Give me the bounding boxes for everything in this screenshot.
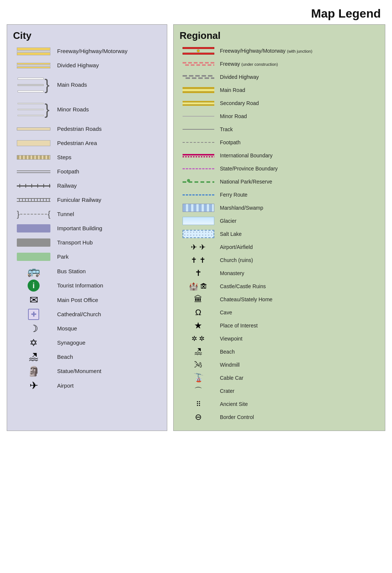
reg-list-item: State/Province Boundary — [180, 163, 379, 174]
reg-list-item: Track — [180, 124, 379, 135]
label-tourist-info: Tourist Information — [54, 282, 103, 289]
label-tunnel: Tunnel — [54, 211, 74, 218]
reg-list-item: Freeway/Highway/Motorway (with junction) — [180, 45, 379, 56]
reg-list-item: ★ Place of Interest — [180, 320, 379, 331]
list-item: Footpath — [13, 166, 161, 178]
label-secondary-road: Secondary Road — [217, 100, 259, 107]
poi-icon: ★ — [180, 320, 217, 331]
reg-list-item: 🏛 Chateau/Stately Home — [180, 294, 379, 305]
list-item: } Minor Roads — [13, 98, 161, 121]
label-natpark: National Park/Reserve — [217, 179, 272, 185]
list-item: } { Tunnel — [13, 208, 161, 220]
list-item: } Main Roads — [13, 74, 161, 96]
reg-list-item: ✝ ✝ Church (ruins) — [180, 255, 379, 266]
list-item: i Tourist Information — [13, 280, 161, 292]
label-freeway-reg: Freeway/Highway/Motorway (with junction) — [217, 48, 312, 54]
label-cave: Cave — [217, 309, 232, 316]
list-item: Park — [13, 251, 161, 263]
church-reg-icon: ✝ ✝ — [180, 256, 217, 265]
label-ancient-site: Ancient Site — [217, 401, 248, 407]
reg-list-item: Main Road — [180, 84, 379, 96]
list-item: Funicular Railway — [13, 194, 161, 206]
regional-heading: Regional — [180, 30, 379, 41]
statue-icon: 🗿 — [13, 366, 54, 377]
label-bus-station: Bus Station — [54, 268, 86, 275]
label-main-roads: Main Roads — [54, 81, 87, 88]
label-ped-area: Pedestrian Area — [54, 140, 97, 147]
label-chateau: Chateau/Stately Home — [217, 296, 273, 303]
reg-list-item: Freeway (under construction) — [180, 58, 379, 70]
label-castle: Castle/Castle Ruins — [217, 283, 266, 290]
reg-list-item: 🏖 Beach — [180, 346, 379, 357]
label-poi: Place of Interest — [217, 323, 258, 329]
beach-reg-icon: 🏖 — [180, 347, 217, 357]
airport-reg-icon: ✈ ✈ — [180, 243, 217, 252]
reg-list-item: Footpath — [180, 137, 379, 148]
label-divided-hwy-city: Divided Highway — [54, 62, 99, 69]
label-railway: Railway — [54, 182, 77, 189]
label-freeway-city: Freeway/Highway/Motorway — [54, 48, 127, 55]
list-item: Pedestrian Area — [13, 137, 161, 149]
reg-list-item: ⌒ Crater — [180, 385, 379, 397]
reg-list-item: Ferry Route — [180, 189, 379, 200]
label-ped-roads: Pedestrian Roads — [54, 126, 102, 132]
label-monastery: Monastery — [217, 270, 244, 277]
label-div-hwy-reg: Divided Highway — [217, 74, 259, 80]
viewpoint-icon: ✲ ✲ — [180, 335, 217, 343]
reg-list-item: Marshland/Swamp — [180, 202, 379, 213]
airport-city-icon: ✈ — [13, 379, 54, 392]
city-heading: City — [13, 30, 161, 41]
reg-list-item: ✈ ✈ Airport/Airfield — [180, 241, 379, 253]
label-statue: Statue/Monument — [54, 368, 101, 375]
synagogue-icon: ✡ — [13, 337, 54, 349]
reg-list-item: National Park/Reserve — [180, 176, 379, 187]
label-beach-city: Beach — [54, 354, 73, 360]
mosque-icon: ☽ — [13, 323, 54, 335]
label-airport-reg: Airport/Airfield — [217, 244, 253, 250]
reg-list-item: Divided Highway — [180, 71, 379, 83]
reg-list-item: Secondary Road — [180, 98, 379, 109]
reg-list-item: ✲ ✲ Viewpoint — [180, 333, 379, 344]
label-crater: Crater — [217, 388, 234, 394]
bus-station-icon: 🚌 — [13, 265, 54, 277]
chateau-icon: 🏛 — [180, 295, 217, 304]
label-cable-car: Cable Car — [217, 375, 243, 381]
post-office-icon: ✉ — [13, 294, 54, 306]
label-steps: Steps — [54, 154, 71, 161]
reg-list-item: Ω Cave — [180, 307, 379, 318]
label-airport-city: Airport — [54, 382, 74, 389]
castle-icon: 🏰 🏚 — [180, 282, 217, 291]
cathedral-icon: ✚ — [13, 309, 54, 320]
ancient-site-icon: ⠿ — [180, 400, 217, 408]
list-item: Important Building — [13, 222, 161, 234]
label-important-building: Important Building — [54, 225, 102, 232]
reg-list-item: 🏰 🏚 Castle/Castle Ruins — [180, 281, 379, 292]
list-item: ☽ Mosque — [13, 323, 161, 335]
reg-list-item: ⠿ Ancient Site — [180, 398, 379, 410]
list-item: ✡ Synagogue — [13, 337, 161, 349]
list-item: Steps — [13, 151, 161, 163]
label-track-reg: Track — [217, 126, 233, 133]
monastery-icon: ✝ — [180, 268, 217, 278]
label-main-road-reg: Main Road — [217, 87, 245, 93]
label-freeway-constr: Freeway (under construction) — [217, 61, 278, 67]
list-item: 🏖 Beach — [13, 351, 161, 363]
list-item: 🗿 Statue/Monument — [13, 365, 161, 377]
label-border-control: Border Control — [217, 414, 254, 420]
label-ferry: Ferry Route — [217, 192, 248, 198]
list-item: Freeway/Highway/Motorway — [13, 45, 161, 57]
cave-icon: Ω — [180, 308, 217, 317]
label-intl-boundary: International Boundary — [217, 153, 273, 159]
reg-list-item: Minor Road — [180, 111, 379, 122]
list-item: Transport Hub — [13, 237, 161, 249]
label-funicular: Funicular Railway — [54, 197, 101, 203]
beach-city-icon: 🏖 — [13, 351, 54, 363]
cable-car-icon: 🚡 — [180, 373, 217, 383]
list-item: Railway — [13, 180, 161, 192]
label-minor-road-reg: Minor Road — [217, 113, 247, 120]
tourist-info-icon: i — [13, 280, 54, 292]
label-marshland: Marshland/Swamp — [217, 205, 263, 211]
label-transport-hub: Transport Hub — [54, 239, 93, 246]
list-item: ✉ Main Post Office — [13, 294, 161, 306]
crater-icon: ⌒ — [180, 385, 217, 397]
